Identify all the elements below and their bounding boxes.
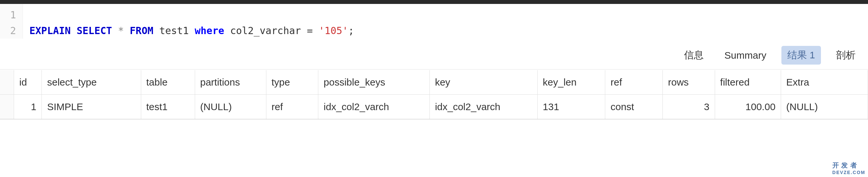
cell-ref[interactable]: const xyxy=(605,95,663,119)
table-header-row: id select_type table partitions type pos… xyxy=(0,70,868,95)
code-token: = xyxy=(307,25,313,36)
code-token xyxy=(313,25,319,36)
watermark-main: 开 发 者 xyxy=(832,161,857,169)
line-gutter: 1 2 xyxy=(0,4,23,39)
code-token: * xyxy=(118,25,124,36)
cell-type[interactable]: ref xyxy=(266,95,318,119)
code-line-2[interactable]: EXPLAIN SELECT * FROM test1 where col2_v… xyxy=(29,23,354,39)
cell-partitions[interactable]: (NULL) xyxy=(195,95,266,119)
code-token xyxy=(224,25,230,36)
code-token: EXPLAIN xyxy=(29,25,70,36)
result-tabs: 信息Summary结果 1剖析 xyxy=(0,40,868,70)
col-header-possible_keys[interactable]: possible_keys xyxy=(318,70,430,95)
col-header-id[interactable]: id xyxy=(14,70,42,95)
cell-rows[interactable]: 3 xyxy=(662,95,715,119)
code-token: SELECT xyxy=(77,25,112,36)
tab-0[interactable]: 信息 xyxy=(678,46,710,65)
line-number: 2 xyxy=(0,23,16,39)
code-line-1[interactable] xyxy=(29,7,354,23)
cell-table[interactable]: test1 xyxy=(141,95,195,119)
cell-filtered[interactable]: 100.00 xyxy=(715,95,781,119)
code-token: ; xyxy=(348,25,354,36)
code-token xyxy=(112,25,118,36)
cell-possible_keys[interactable]: idx_col2_varch xyxy=(318,95,430,119)
code-token: FROM xyxy=(130,25,153,36)
cell-select_type[interactable]: SIMPLE xyxy=(42,95,141,119)
code-token xyxy=(189,25,195,36)
col-header-table[interactable]: table xyxy=(141,70,195,95)
cell-key[interactable]: idx_col2_varch xyxy=(429,95,537,119)
row-handle[interactable] xyxy=(0,95,14,119)
sql-editor[interactable]: 1 2 EXPLAIN SELECT * FROM test1 where co… xyxy=(0,4,868,39)
col-header-partitions[interactable]: partitions xyxy=(195,70,266,95)
watermark: 开 发 者 DEVZE.COM xyxy=(832,161,865,175)
code-token xyxy=(153,25,159,36)
watermark-sub: DEVZE.COM xyxy=(832,170,865,175)
window-top-bar xyxy=(0,0,868,4)
col-header-filtered[interactable]: filtered xyxy=(715,70,781,95)
col-header-ref[interactable]: ref xyxy=(605,70,663,95)
line-number: 1 xyxy=(0,7,16,23)
code-token: test1 xyxy=(159,25,189,36)
tab-2[interactable]: 结果 1 xyxy=(781,46,821,65)
tab-1[interactable]: Summary xyxy=(719,47,772,64)
code-token xyxy=(70,25,76,36)
col-header-key[interactable]: key xyxy=(429,70,537,95)
col-header-key_len[interactable]: key_len xyxy=(537,70,605,95)
cell-key_len[interactable]: 131 xyxy=(537,95,605,119)
code-token: where xyxy=(195,25,224,36)
col-header-rows[interactable]: rows xyxy=(662,70,715,95)
tab-3[interactable]: 剖析 xyxy=(830,46,862,65)
code-token: col2_varchar xyxy=(230,25,307,36)
cell-extra[interactable]: (NULL) xyxy=(781,95,868,119)
code-token xyxy=(124,25,130,36)
table-row[interactable]: 1 SIMPLE test1 (NULL) ref idx_col2_varch… xyxy=(0,95,868,119)
cell-id[interactable]: 1 xyxy=(14,95,42,119)
code-content[interactable]: EXPLAIN SELECT * FROM test1 where col2_v… xyxy=(23,4,354,39)
code-token: '105' xyxy=(319,25,348,36)
row-handle-header xyxy=(0,70,14,95)
results-table: id select_type table partitions type pos… xyxy=(0,70,868,119)
col-header-type[interactable]: type xyxy=(266,70,318,95)
col-header-extra[interactable]: Extra xyxy=(781,70,868,95)
col-header-select_type[interactable]: select_type xyxy=(42,70,141,95)
